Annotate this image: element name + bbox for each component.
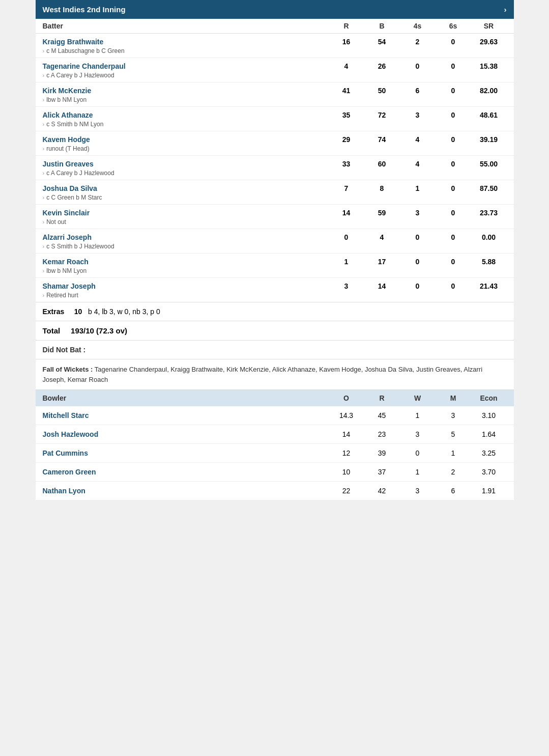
batter-6s: 0 [436,87,471,95]
dismissal-text: c M Labuschagne b C Green [46,47,124,54]
batter-name[interactable]: Joshua Da Silva [43,184,329,192]
bowler-R: 42 [364,487,400,495]
fow-row: Fall of Wickets : Tagenarine Chanderpaul… [36,359,514,390]
bowler-R: 37 [364,468,400,476]
batter-B: 74 [364,135,400,144]
bowler-Econ: 1.64 [471,430,507,438]
batter-name[interactable]: Kraigg Brathwaite [43,38,329,46]
bowler-row: Mitchell Starc 14.3 45 1 3 3.10 [36,406,514,425]
bowler-name[interactable]: Nathan Lyon [43,487,329,495]
batter-SR: 48.61 [471,111,507,119]
batter-4s: 2 [400,38,436,46]
total-label: Total [43,326,61,335]
bowler-Econ: 3.70 [471,468,507,476]
batter-row: Justin Greaves 33 60 4 0 55.00 › c A Car… [36,156,514,180]
bowler-O: 10 [329,468,364,476]
dnb-label: Did Not Bat : [43,346,86,354]
innings-title: West Indies 2nd Inning [43,5,126,14]
batter-B: 54 [364,38,400,46]
bowler-Econ: 1.91 [471,487,507,495]
bowler-R: 45 [364,411,400,419]
batter-R: 35 [329,111,364,119]
dismissal-text: c C Green b M Starc [46,194,102,201]
batter-4s: 4 [400,160,436,168]
batter-R: 7 [329,184,364,192]
bowler-Econ: 3.10 [471,411,507,419]
bowler-row: Cameron Green 10 37 1 2 3.70 [36,463,514,482]
batters-list: Kraigg Brathwaite 16 54 2 0 29.63 › c M … [36,34,514,302]
batter-4s: 6 [400,87,436,95]
batter-R: 3 [329,282,364,290]
fow-text: Tagenarine Chanderpaul, Kraigg Brathwait… [43,366,483,383]
header-chevron: › [504,5,507,14]
bowler-W: 3 [400,430,436,438]
batter-B: 72 [364,111,400,119]
dismissal-text: c S Smith b NM Lyon [46,121,103,128]
batter-row: Kraigg Brathwaite 16 54 2 0 29.63 › c M … [36,34,514,58]
batter-name[interactable]: Kirk McKenzie [43,87,329,95]
batter-row: Kavem Hodge 29 74 4 0 39.19 › runout (T … [36,131,514,156]
batter-6s: 0 [436,160,471,168]
batter-name[interactable]: Kevin Sinclair [43,209,329,217]
col-B: B [364,22,400,30]
batter-name[interactable]: Justin Greaves [43,160,329,168]
extras-row: Extras 10 b 4, lb 3, w 0, nb 3, p 0 [36,302,514,321]
batter-SR: 21.43 [471,282,507,290]
col-4s: 4s [400,22,436,30]
dismissal-text: c S Smith b J Hazlewood [46,243,114,250]
bowler-name[interactable]: Josh Hazlewood [43,430,329,438]
batter-B: 26 [364,62,400,70]
dismissal-chevron-icon: › [43,146,45,152]
batter-B: 8 [364,184,400,192]
bowler-M: 5 [436,430,471,438]
col-batter: Batter [43,22,329,30]
batter-name[interactable]: Alzarri Joseph [43,233,329,241]
batter-6s: 0 [436,135,471,144]
total-row: Total 193/10 (72.3 ov) [36,321,514,341]
batter-R: 16 [329,38,364,46]
bowler-row: Pat Cummins 12 39 0 1 3.25 [36,444,514,463]
batter-row: Joshua Da Silva 7 8 1 0 87.50 › c C Gree… [36,180,514,205]
batter-row: Kevin Sinclair 14 59 3 0 23.73 › Not out [36,205,514,229]
batter-4s: 1 [400,184,436,192]
bowler-name[interactable]: Mitchell Starc [43,411,329,419]
dismissal-chevron-icon: › [43,121,45,127]
bowler-O: 12 [329,449,364,457]
scorecard: West Indies 2nd Inning › Batter R B 4s 6… [36,0,514,500]
batter-name[interactable]: Alick Athanaze [43,111,329,119]
batter-R: 29 [329,135,364,144]
batter-B: 60 [364,160,400,168]
dismissal-chevron-icon: › [43,219,45,225]
batter-6s: 0 [436,111,471,119]
batter-R: 0 [329,233,364,241]
batter-SR: 55.00 [471,160,507,168]
batter-name[interactable]: Tagenarine Chanderpaul [43,62,329,70]
batter-SR: 29.63 [471,38,507,46]
batter-6s: 0 [436,282,471,290]
dismissal-chevron-icon: › [43,292,45,298]
bowler-W: 3 [400,487,436,495]
batter-6s: 0 [436,258,471,266]
dismissal-text: c A Carey b J Hazlewood [46,170,114,177]
col-O: O [329,394,364,402]
batter-B: 14 [364,282,400,290]
batter-name[interactable]: Shamar Joseph [43,282,329,290]
batter-6s: 0 [436,62,471,70]
col-R: R [329,22,364,30]
batter-R: 14 [329,209,364,217]
bowler-Econ: 3.25 [471,449,507,457]
batter-name[interactable]: Kemar Roach [43,258,329,266]
batter-SR: 87.50 [471,184,507,192]
batter-6s: 0 [436,184,471,192]
extras-value: 10 [74,307,82,316]
col-M: M [436,394,471,402]
batter-B: 59 [364,209,400,217]
bowler-name[interactable]: Pat Cummins [43,449,329,457]
col-SR: SR [471,22,507,30]
bowler-name[interactable]: Cameron Green [43,468,329,476]
batter-4s: 0 [400,62,436,70]
batter-name[interactable]: Kavem Hodge [43,135,329,144]
dismissal-chevron-icon: › [43,243,45,249]
innings-header[interactable]: West Indies 2nd Inning › [36,0,514,19]
batter-4s: 0 [400,282,436,290]
